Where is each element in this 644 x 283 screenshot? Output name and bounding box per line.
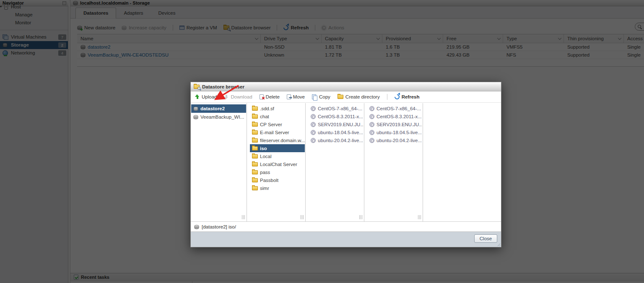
- column-datastores: datastore2 VeeamBackup_WI...: [191, 103, 247, 222]
- list-item-file[interactable]: SERV2019.ENU.JU...: [367, 120, 422, 128]
- list-item-folder[interactable]: Passbolt: [250, 176, 305, 184]
- folder-icon: [252, 122, 258, 127]
- column-resize-handle[interactable]: [242, 215, 245, 219]
- column-resize-handle[interactable]: [301, 215, 304, 219]
- copy-button[interactable]: Copy: [312, 94, 330, 100]
- delete-button[interactable]: Delete: [260, 94, 280, 99]
- folder-icon: [252, 130, 258, 135]
- column-folders: .sdd.sf chat CP Server E-mail Server fil…: [249, 103, 306, 222]
- list-item-file[interactable]: CentOS-7-x86_64-...: [367, 104, 422, 112]
- folder-icon: [252, 186, 258, 190]
- datastore-browser-icon: [194, 85, 200, 89]
- iso-disc-icon: [369, 122, 374, 127]
- move-button[interactable]: Move: [287, 94, 305, 99]
- toolbar-separator: [387, 94, 387, 100]
- folder-icon: [252, 138, 258, 143]
- list-item-folder[interactable]: .sdd.sf: [250, 104, 305, 112]
- iso-disc-icon: [369, 106, 374, 111]
- dialog-refresh-button[interactable]: Refresh: [395, 94, 420, 99]
- folder-icon: [252, 170, 258, 174]
- list-item-folder[interactable]: fileserver.domain.w...: [250, 136, 305, 144]
- list-item-folder-iso[interactable]: iso: [250, 144, 305, 152]
- download-button[interactable]: Download: [224, 94, 252, 99]
- dialog-toolbar: Upload Download Delete Move Copy Create …: [191, 91, 501, 103]
- dialog-footer: Close: [191, 232, 501, 247]
- dialog-status-bar: [datastore2] iso/: [191, 222, 501, 232]
- file-browser-columns: datastore2 VeeamBackup_WI... .sdd.sf cha…: [191, 103, 501, 222]
- iso-disc-icon: [369, 130, 374, 135]
- datastore-icon: [194, 225, 199, 229]
- iso-disc-icon: [311, 122, 316, 127]
- folder-icon: [252, 154, 258, 158]
- folder-icon: [252, 162, 258, 166]
- list-item-file[interactable]: ubuntu-20.04.2-live...: [309, 136, 364, 144]
- refresh-icon: [393, 93, 400, 101]
- download-icon: [224, 94, 229, 99]
- datastore-icon: [193, 106, 198, 111]
- iso-disc-icon: [369, 138, 374, 143]
- list-item-folder[interactable]: pass: [250, 168, 305, 176]
- column-files-preview: CentOS-7-x86_64-... CentOS-8.3.2011-x...…: [367, 103, 423, 222]
- iso-disc-icon: [311, 114, 316, 119]
- column-resize-handle[interactable]: [359, 215, 362, 219]
- list-item-file[interactable]: SERV2019.ENU.JU...: [309, 120, 364, 128]
- folder-icon: [252, 106, 258, 111]
- dialog-title: Datastore browser: [202, 84, 244, 89]
- iso-disc-icon: [311, 130, 316, 135]
- iso-disc-icon: [311, 138, 316, 143]
- list-item-datastore[interactable]: datastore2: [191, 104, 246, 113]
- list-item-folder[interactable]: CP Server: [250, 120, 305, 128]
- list-item-file[interactable]: CentOS-8.3.2011-x...: [309, 112, 364, 120]
- folder-icon: [252, 178, 258, 182]
- folder-icon: [252, 146, 258, 151]
- list-item-file[interactable]: CentOS-7-x86_64-...: [309, 104, 364, 112]
- iso-disc-icon: [311, 106, 316, 111]
- list-item-file[interactable]: ubuntu-20.04.2-live...: [367, 136, 422, 144]
- list-item-datastore[interactable]: VeeamBackup_WI...: [191, 113, 246, 121]
- dialog-title-bar: Datastore browser: [191, 82, 501, 91]
- upload-icon: [195, 94, 200, 99]
- list-item-folder[interactable]: simr: [250, 184, 305, 192]
- upload-button[interactable]: Upload: [195, 94, 217, 99]
- create-directory-button[interactable]: Create directory: [338, 94, 380, 99]
- copy-icon: [312, 94, 317, 100]
- current-path: [datastore2] iso/: [202, 224, 236, 229]
- list-item-folder[interactable]: Local: [250, 152, 305, 160]
- iso-disc-icon: [369, 114, 374, 119]
- list-item-file[interactable]: ubuntu-18.04.5-live...: [367, 128, 422, 136]
- delete-icon: [260, 94, 264, 99]
- datastore-icon: [193, 115, 198, 119]
- column-files: CentOS-7-x86_64-... CentOS-8.3.2011-x...…: [308, 103, 364, 222]
- folder-icon: [252, 114, 258, 119]
- list-item-file[interactable]: CentOS-8.3.2011-x...: [367, 112, 422, 120]
- list-item-folder[interactable]: chat: [250, 112, 305, 120]
- close-button[interactable]: Close: [474, 234, 497, 243]
- list-item-folder[interactable]: LocalChat Server: [250, 160, 305, 168]
- dialog-resize-grip[interactable]: [496, 242, 500, 246]
- column-resize-handle[interactable]: [418, 215, 421, 219]
- datastore-browser-dialog: Datastore browser Upload Download Delete…: [190, 82, 501, 247]
- move-icon: [287, 94, 291, 99]
- create-directory-icon: [338, 95, 343, 99]
- list-item-folder[interactable]: E-mail Server: [250, 128, 305, 136]
- list-item-file[interactable]: ubuntu-18.04.5-live...: [309, 128, 364, 136]
